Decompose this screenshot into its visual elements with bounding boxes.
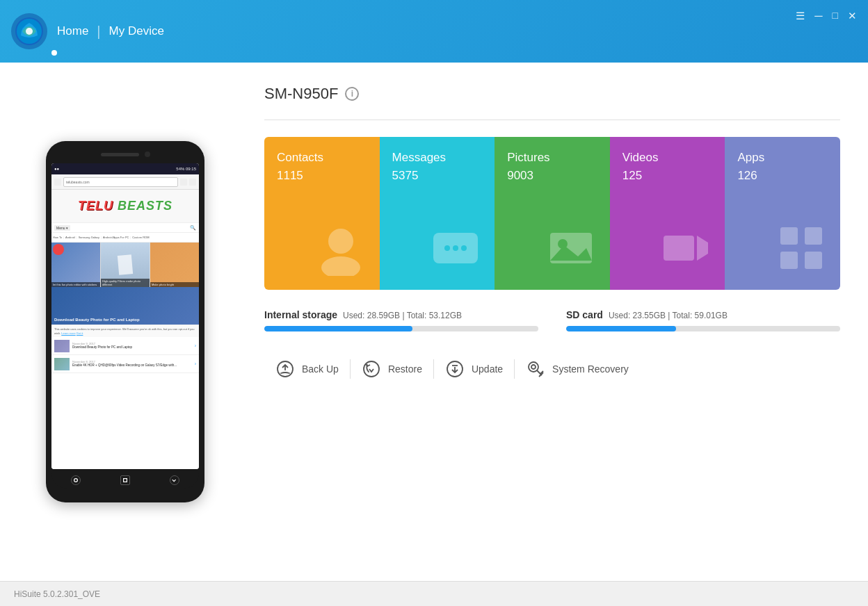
right-panel: SM-N950F i Contacts 1115 Messages 5 [250, 63, 868, 581]
url-text: telubeasts.com [66, 180, 90, 184]
nav-samsung: Samsung Galaxy [79, 236, 99, 239]
titlebar: Home | My Device ☰ ─ □ ✕ [0, 0, 868, 63]
nav-android: Android [65, 236, 75, 239]
stat-card-messages[interactable]: Messages 5375 [380, 137, 495, 290]
footer: HiSuite 5.0.2.301_OVE [0, 581, 868, 606]
phone-featured: Download Beauty Photo for PC and Laptop [51, 287, 199, 325]
news-title-2: Enable 4K HDR + QHD@60fps Video Recordin… [72, 363, 195, 368]
svg-rect-4 [124, 479, 127, 482]
phone-cookie-notice: This website uses cookies to improve you… [51, 325, 199, 337]
restore-label: Restore [388, 363, 422, 375]
news-item-1: November 9, 2017 Download Beauty Photo f… [51, 337, 199, 355]
news-thumb-1 [54, 340, 70, 352]
svg-point-10 [461, 245, 467, 251]
home-link[interactable]: Home [57, 24, 88, 38]
mydevice-link[interactable]: My Device [109, 24, 164, 38]
nav-how-to: How To [53, 236, 62, 239]
contacts-label: Contacts [277, 151, 367, 165]
restore-button[interactable]: Restore [351, 354, 433, 384]
close-button[interactable]: ✕ [848, 10, 857, 22]
internal-storage-bar-fill [264, 326, 412, 331]
titlebar-nav: Home | My Device [57, 24, 164, 40]
nav-apps: Android Apps For PC [103, 236, 129, 239]
active-indicator [51, 50, 57, 56]
svg-point-25 [531, 365, 536, 369]
stat-card-videos[interactable]: Videos 125 [610, 137, 725, 290]
sd-storage-header: SD card Used: 23.55GB | Total: 59.01GB [566, 309, 840, 320]
article-title-2: High-quality Filters make photo differen… [101, 279, 150, 287]
stat-card-pictures[interactable]: Pictures 9003 [495, 137, 610, 290]
svg-point-24 [529, 362, 538, 372]
phone-btn-home[interactable] [71, 475, 81, 485]
apps-icon [773, 220, 829, 279]
phone-btn-back[interactable] [120, 475, 130, 485]
site-logo: TELU BEASTS [78, 199, 172, 213]
menu-label: Menu ▾ [54, 225, 70, 231]
svg-point-3 [74, 479, 78, 482]
phone-status-bar: ●● 54% 09:15 [51, 163, 199, 174]
phone-articles: let this fun photo editor with stickers … [51, 243, 199, 287]
learn-more-link[interactable]: Learn more [61, 331, 75, 335]
messages-count: 5375 [392, 169, 483, 183]
news-title-1: Download Beauty Photo for PC and Laptop [72, 345, 195, 350]
sd-storage-bar-fill [566, 326, 676, 331]
internal-storage-name: Internal storage [264, 309, 337, 320]
internal-storage-bar-bg [264, 326, 538, 331]
stats-grid: Contacts 1115 Messages 5375 [264, 137, 840, 290]
backup-icon [275, 359, 295, 379]
phone-content: TELU BEASTS Menu ▾ 🔍 How To | Android [51, 190, 199, 469]
minimize-button[interactable]: ─ [814, 10, 822, 22]
search-icon-phone: 🔍 [190, 225, 196, 231]
system-recovery-label: System Recovery [552, 363, 629, 375]
got-it-link[interactable]: Got it [77, 331, 83, 335]
backup-label: Back Up [302, 363, 339, 375]
stat-card-contacts[interactable]: Contacts 1115 [264, 137, 380, 290]
phone-mockup: ●● 54% 09:15 telubeasts.com [46, 141, 204, 502]
sd-storage-bar-bg [566, 326, 840, 331]
update-icon [445, 359, 465, 379]
phone-speaker [101, 153, 139, 156]
maximize-button[interactable]: □ [833, 10, 838, 22]
sd-storage: SD card Used: 23.55GB | Total: 59.01GB [566, 309, 840, 331]
pictures-count: 9003 [507, 169, 597, 183]
contacts-icon [313, 220, 369, 279]
info-icon-label: i [351, 89, 353, 99]
sd-storage-info: Used: 23.55GB | Total: 59.01GB [609, 311, 728, 320]
phone-bottom-bar [51, 472, 199, 489]
news-arrow-1: › [195, 343, 196, 348]
contacts-count: 1115 [277, 169, 367, 183]
phone-menu-bar: Menu ▾ 🔍 [51, 223, 199, 233]
window-controls: ☰ ─ □ ✕ [796, 10, 857, 22]
news-thumb-2 [54, 358, 70, 370]
update-label: Update [472, 363, 503, 375]
divider [264, 120, 840, 120]
url-bar: telubeasts.com [63, 177, 178, 187]
left-panel: ●● 54% 09:15 telubeasts.com [0, 63, 250, 581]
site-header: TELU BEASTS [51, 190, 199, 223]
messages-icon [428, 220, 483, 279]
phone-signal: ●● [54, 167, 59, 171]
device-info-button[interactable]: i [345, 87, 359, 101]
system-recovery-button[interactable]: System Recovery [515, 354, 640, 384]
phone-camera [145, 152, 150, 157]
svg-point-8 [444, 245, 450, 251]
article-thumb-1: let this fun photo editor with stickers [51, 243, 100, 287]
svg-rect-18 [780, 252, 798, 269]
browser-back [54, 179, 61, 186]
recovery-icon [526, 359, 545, 379]
videos-count: 125 [622, 169, 713, 183]
menu-button[interactable]: ☰ [796, 10, 805, 22]
backup-button[interactable]: Back Up [264, 354, 350, 384]
phone-nav-links: How To | Android | Samsung Galaxy | Andr… [51, 233, 199, 243]
storage-section: Internal storage Used: 28.59GB | Total: … [264, 309, 840, 331]
stat-card-apps[interactable]: Apps 126 [725, 137, 840, 290]
app-logo [11, 13, 47, 49]
apps-label: Apps [737, 151, 828, 165]
update-button[interactable]: Update [434, 354, 514, 384]
device-name-row: SM-N950F i [264, 85, 840, 103]
messages-label: Messages [392, 151, 483, 165]
version-text: HiSuite 5.0.2.301_OVE [14, 589, 100, 599]
actions-row: Back Up Restore [264, 354, 840, 384]
news-arrow-2: › [195, 361, 196, 366]
phone-btn-recent[interactable] [170, 475, 179, 485]
